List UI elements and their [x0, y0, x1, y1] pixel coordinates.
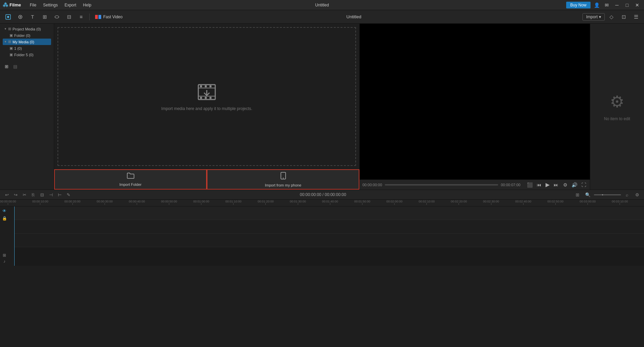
ruler-mark: 00:00:20:00: [64, 200, 81, 205]
preview-title-area: Untitled: [127, 14, 581, 19]
svg-rect-8: [209, 85, 212, 87]
next-frame-button[interactable]: ⏭: [553, 182, 559, 188]
prev-frame-button[interactable]: ⏮: [536, 182, 542, 188]
toolbar-layout-btn[interactable]: ⊟: [64, 12, 74, 22]
play-button[interactable]: ▶: [545, 181, 551, 188]
fit-width-button[interactable]: ⊞: [574, 191, 582, 199]
sidebar-item-1[interactable]: ▣ 1 (0): [3, 45, 51, 51]
maximize-button[interactable]: □: [623, 1, 631, 9]
cut-button[interactable]: ✂: [20, 191, 28, 199]
toolbar-split-btn[interactable]: ⊡: [618, 12, 629, 22]
split-right-button[interactable]: ⊢: [55, 191, 64, 199]
logo-icon: ⁂: [3, 2, 8, 8]
zoom-slider-area: [594, 194, 621, 195]
split-left-button[interactable]: ⊣: [47, 191, 55, 199]
my-media-label: My Media (0): [13, 40, 34, 44]
settings-timeline-button[interactable]: ⚙: [633, 191, 641, 199]
redo-button[interactable]: ↪: [12, 191, 20, 199]
copy-button[interactable]: ⎘: [29, 191, 37, 199]
phone-icon: [281, 172, 286, 181]
fv-bar-blue: [98, 15, 101, 19]
filmstrip-icon: [197, 82, 217, 102]
ruler-mark: 00:01:10:00: [225, 200, 242, 205]
timeline-content: 👁 🔒 ⊞ ♪: [0, 207, 644, 266]
preview-playback-controls: ⬛ ⏮ ▶ ⏭: [526, 181, 559, 188]
project-media-label: Project Media (0): [13, 27, 41, 31]
stop-button[interactable]: ⬛: [526, 182, 534, 188]
menu-file[interactable]: File: [26, 1, 40, 9]
undo-button[interactable]: ↩: [3, 191, 11, 199]
minimize-button[interactable]: ─: [613, 1, 621, 9]
ruler-mark: 00:02:50:00: [548, 200, 564, 205]
no-item-text: No item to edit: [604, 116, 630, 121]
media-panel: Import media here and apply it to multip…: [54, 24, 360, 190]
fast-video-button[interactable]: Fast Video: [92, 13, 125, 21]
close-button[interactable]: ✕: [633, 1, 641, 9]
timeline-layers-icon[interactable]: ⊞: [1, 252, 7, 258]
edit-button[interactable]: ✎: [64, 191, 72, 199]
timeline-lock-icon[interactable]: 🔒: [1, 215, 7, 221]
preview-time-current: 00:00:00:00: [362, 183, 382, 187]
sidebar-view-list[interactable]: ▤: [12, 63, 19, 70]
video-track: [14, 207, 644, 220]
zoom-slider-thumb[interactable]: [602, 194, 603, 195]
toolbar-media-btn[interactable]: [3, 12, 14, 22]
toolbar-list-btn[interactable]: ≡: [76, 12, 87, 22]
app-logo: ⁂ Filme: [3, 2, 21, 8]
folder5-icon: ▣: [9, 52, 13, 57]
gear-icon-large: ⚙: [610, 92, 624, 111]
ruler-mark: 00:02:00:00: [386, 200, 403, 205]
phone-icon-svg: [281, 172, 286, 179]
settings-icon[interactable]: ⚙: [562, 182, 569, 188]
ruler-mark: 00:02:10:00: [419, 200, 435, 205]
user-icon[interactable]: 👤: [593, 1, 601, 9]
preview-seekbar[interactable]: [385, 184, 498, 186]
timeline-audio-icon[interactable]: ♪: [1, 258, 7, 264]
buy-now-button[interactable]: Buy Now: [566, 2, 591, 8]
menu-export[interactable]: Export: [61, 1, 80, 9]
tree-arrow-my-media: ▼: [4, 40, 7, 43]
volume-icon[interactable]: 🔊: [571, 182, 578, 188]
svg-point-14: [283, 177, 283, 178]
fullscreen-icon[interactable]: ⛶: [580, 182, 587, 188]
toolbar-audio-btn[interactable]: [15, 12, 26, 22]
zoom-out-timeline-button[interactable]: 🔍: [584, 191, 592, 199]
sidebar-item-project-media[interactable]: ▼ ⊞ Project Media (0): [3, 26, 51, 32]
zoom-in-timeline-button[interactable]: ⌕: [623, 191, 631, 199]
toolbar: T ⊞ ⊟ ≡ Fast Video Untitled Import ▾ ◇ ⊡…: [0, 10, 644, 24]
mail-icon[interactable]: ✉: [603, 1, 611, 9]
folder1-label: 1 (0): [14, 46, 22, 50]
folder1-icon: ▣: [9, 46, 13, 50]
media-drop-zone[interactable]: Import media here and apply it to multip…: [58, 27, 356, 166]
import-label: Import: [586, 15, 598, 19]
timeline-eye-icon[interactable]: 👁: [1, 208, 7, 214]
import-phone-button[interactable]: Import from my phone: [207, 169, 359, 190]
folder5-label: Folder 5 (0): [14, 53, 34, 57]
zoom-slider-track[interactable]: [594, 194, 621, 195]
sidebar-item-my-media[interactable]: ▼ ⊞ My Media (0): [3, 39, 51, 45]
ruler-mark: 00:00:40:00: [129, 200, 145, 205]
import-folder-button[interactable]: Import Folder: [54, 169, 207, 190]
ruler-mark: 00:03:10:00: [612, 200, 628, 205]
menu-help[interactable]: Help: [80, 1, 95, 9]
toolbar-sticker-btn[interactable]: ⊞: [39, 12, 50, 22]
tree-arrow-project: ▼: [4, 27, 7, 30]
delete-button[interactable]: ⊟: [38, 191, 46, 199]
svg-point-1: [7, 16, 9, 18]
sidebar-item-folder[interactable]: ▣ Folder (0): [3, 32, 51, 39]
menu-settings[interactable]: Settings: [40, 1, 61, 9]
ruler-mark: 00:02:20:00: [451, 200, 467, 205]
timeline-tracks[interactable]: [14, 207, 644, 266]
sidebar-item-folder5[interactable]: ▣ Folder 5 (0): [3, 51, 51, 58]
toolbar-effect-btn[interactable]: [51, 12, 62, 22]
ruler-mark: 00:00:50:00: [161, 200, 177, 205]
ruler-mark: 00:02:30:00: [483, 200, 499, 205]
toolbar-layers-btn[interactable]: ◇: [606, 12, 617, 22]
preview-video: [360, 24, 590, 179]
toolbar-text-btn[interactable]: T: [27, 12, 38, 22]
main-area: ▼ ⊞ Project Media (0) ▣ Folder (0) ▼ ⊞ M…: [0, 24, 644, 190]
sidebar-view-thumb[interactable]: ⊞: [3, 63, 10, 70]
timeline-time-display: 00:00:00:00 / 00:00:00:00: [300, 192, 346, 197]
import-button[interactable]: Import ▾: [582, 13, 605, 21]
toolbar-more-btn[interactable]: ☰: [630, 12, 641, 22]
